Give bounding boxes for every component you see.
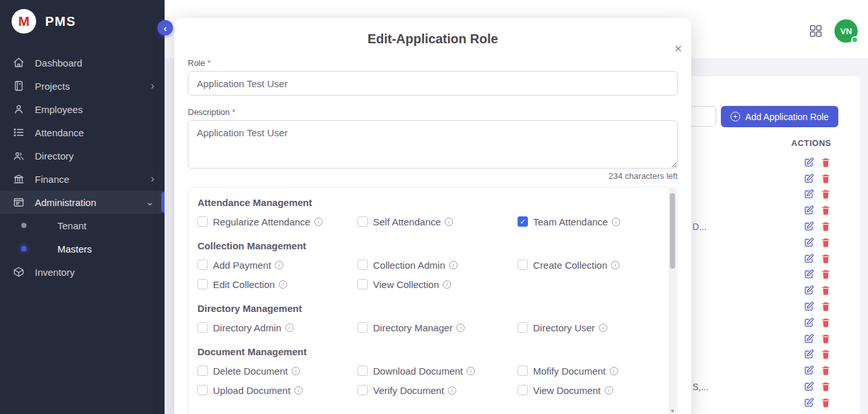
delete-row-button[interactable] <box>820 365 831 376</box>
edit-row-button[interactable] <box>803 237 814 248</box>
info-icon[interactable]: i <box>605 386 613 395</box>
delete-row-button[interactable] <box>820 301 831 312</box>
checkbox-download-document[interactable] <box>358 366 368 376</box>
info-icon[interactable]: i <box>279 280 287 289</box>
checkbox-view-collection[interactable] <box>358 279 368 289</box>
brand: M PMS <box>0 0 165 43</box>
edit-row-button[interactable] <box>803 157 814 168</box>
edit-row-button[interactable] <box>803 253 814 264</box>
checkbox-delete-document[interactable] <box>197 366 208 376</box>
checkbox-upload-document[interactable] <box>197 385 208 395</box>
checkbox-directory-user[interactable] <box>518 322 528 333</box>
info-icon[interactable]: i <box>456 324 465 332</box>
edit-row-button[interactable] <box>803 349 814 360</box>
checkbox-team-attendance[interactable]: ✓ <box>518 216 528 227</box>
delete-row-button[interactable] <box>820 317 831 328</box>
add-application-role-button[interactable]: + Add Application Role <box>721 106 838 127</box>
info-icon[interactable]: i <box>445 218 453 226</box>
checkbox-collection-admin[interactable] <box>358 260 368 270</box>
checkbox-mofify-document[interactable] <box>518 366 528 376</box>
checkbox-directory-admin[interactable] <box>197 322 208 333</box>
permission-label: Verify Document <box>373 385 444 396</box>
info-icon[interactable]: i <box>611 261 620 269</box>
delete-row-button[interactable] <box>820 157 831 168</box>
permission-label: View Collection <box>373 279 439 290</box>
info-icon[interactable]: i <box>467 367 475 375</box>
checkbox-verify-document[interactable] <box>358 385 368 395</box>
permission-directory-manager: Directory Manageri <box>358 318 518 337</box>
role-input[interactable] <box>188 71 678 96</box>
permission-section-heading: Document Management <box>197 346 655 357</box>
sidebar-menu: DashboardProjects›EmployeesAttendanceDir… <box>0 51 165 284</box>
user-avatar[interactable]: VN <box>834 19 858 43</box>
delete-row-button[interactable] <box>820 221 831 232</box>
checkbox-edit-collection[interactable] <box>197 279 208 289</box>
delete-row-button[interactable] <box>820 269 831 280</box>
sidebar-item-label: Masters <box>57 243 92 254</box>
delete-row-button[interactable] <box>820 237 831 248</box>
permission-directory-user: Directory Useri <box>518 318 678 337</box>
checkbox-create-collection[interactable] <box>518 260 528 270</box>
checkbox-self-attendance[interactable] <box>358 216 368 227</box>
checkbox-add-payment[interactable] <box>197 260 208 270</box>
checkbox-view-document[interactable] <box>518 385 528 395</box>
edit-row-button[interactable] <box>803 205 814 216</box>
sidebar-item-finance[interactable]: Finance› <box>0 167 165 191</box>
edit-row-button[interactable] <box>803 173 814 184</box>
apps-grid-icon[interactable] <box>809 24 823 38</box>
info-icon[interactable]: i <box>294 386 303 395</box>
delete-row-button[interactable] <box>820 285 831 296</box>
sidebar-item-label: Projects <box>35 81 70 92</box>
scrollbar[interactable]: ▼ <box>669 189 676 414</box>
info-icon[interactable]: i <box>449 261 458 269</box>
info-icon[interactable]: i <box>610 367 618 375</box>
delete-row-button[interactable] <box>820 397 831 408</box>
edit-row-button[interactable] <box>803 189 814 200</box>
truncated-cell-text: S,... <box>692 382 709 392</box>
edit-row-button[interactable] <box>803 269 814 280</box>
permission-label: Directory Manager <box>373 322 452 333</box>
delete-row-button[interactable] <box>820 349 831 360</box>
sidebar-collapse-button[interactable]: ‹ <box>157 20 173 36</box>
info-icon[interactable]: i <box>275 261 283 269</box>
info-icon[interactable]: i <box>443 280 451 289</box>
sidebar-item-directory[interactable]: Directory <box>0 144 165 167</box>
checkbox-directory-manager[interactable] <box>358 322 368 333</box>
sidebar-item-dashboard[interactable]: Dashboard <box>0 51 165 74</box>
sidebar-item-masters[interactable]: Masters <box>0 237 165 260</box>
sidebar-item-employees[interactable]: Employees <box>0 98 165 121</box>
info-icon[interactable]: i <box>612 218 620 226</box>
close-icon[interactable]: × <box>674 41 682 55</box>
delete-row-button[interactable] <box>820 173 831 184</box>
edit-row-button[interactable] <box>803 285 814 296</box>
info-icon[interactable]: i <box>448 386 456 395</box>
edit-row-button[interactable] <box>803 397 814 408</box>
description-textarea[interactable]: Application Test User <box>188 120 678 169</box>
delete-row-button[interactable] <box>820 189 831 200</box>
info-icon[interactable]: i <box>314 218 323 226</box>
edit-row-button[interactable] <box>803 301 814 312</box>
info-icon[interactable]: i <box>292 367 300 375</box>
sidebar-item-inventory[interactable]: Inventory <box>0 260 165 284</box>
sidebar-item-attendance[interactable]: Attendance <box>0 121 165 144</box>
edit-row-button[interactable] <box>803 317 814 328</box>
delete-row-button[interactable] <box>820 253 831 264</box>
screen: M PMS DashboardProjects›EmployeesAttenda… <box>0 0 868 414</box>
app-logo-icon: M <box>12 9 36 34</box>
info-icon[interactable]: i <box>285 324 294 332</box>
sidebar-item-tenant[interactable]: Tenant <box>0 214 165 237</box>
scroll-down-arrow-icon[interactable]: ▼ <box>669 409 676 414</box>
edit-row-button[interactable] <box>803 381 814 392</box>
delete-row-button[interactable] <box>820 381 831 392</box>
checkbox-regularize-attendance[interactable] <box>197 216 208 227</box>
sidebar-item-projects[interactable]: Projects› <box>0 74 165 98</box>
scrollbar-thumb[interactable] <box>670 193 675 269</box>
sidebar-item-administration[interactable]: Administration⌄ <box>0 191 165 214</box>
permission-upload-document: Upload Documenti <box>197 380 358 400</box>
delete-row-button[interactable] <box>820 333 831 344</box>
info-icon[interactable]: i <box>599 324 607 332</box>
edit-row-button[interactable] <box>803 221 814 232</box>
edit-row-button[interactable] <box>803 333 814 344</box>
edit-row-button[interactable] <box>803 365 814 376</box>
delete-row-button[interactable] <box>820 205 831 216</box>
